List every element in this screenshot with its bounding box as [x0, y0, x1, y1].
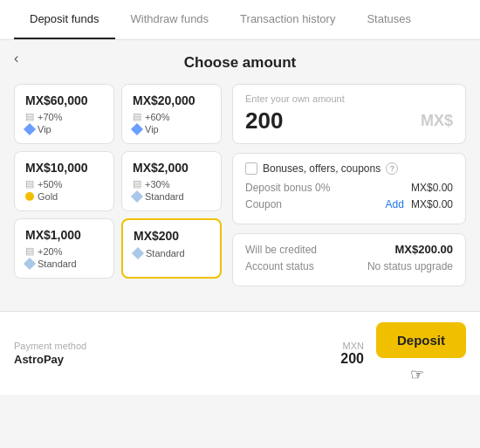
deposit-button[interactable]: Deposit — [376, 322, 466, 358]
amount-card-10000[interactable]: MX$10,000 ▤ +50% Gold — [14, 151, 114, 211]
card-bonus-row: ▤ +70% — [25, 111, 103, 122]
bonuses-checkbox-label: Bonuses, offers, coupons — [263, 162, 381, 175]
amount-card-2000[interactable]: MX$2,000 ▤ +30% Standard — [121, 151, 222, 211]
back-button[interactable]: ‹ — [14, 51, 18, 66]
right-col: Enter your own amount 200 MX$ Bonuses, o… — [232, 84, 466, 286]
tab-deposit[interactable]: Deposit funds — [14, 0, 115, 39]
input-row: 200 MX$ — [245, 107, 453, 134]
payment-method: Payment method AstroPay — [14, 341, 86, 366]
checkbox-row: Bonuses, offers, coupons ? — [245, 162, 453, 175]
card-bonus: +70% — [38, 112, 62, 122]
card-bonus: +60% — [145, 112, 169, 122]
card-amount: MX$2,000 — [133, 161, 210, 175]
amount-card-1000[interactable]: MX$1,000 ▤ +20% Standard — [14, 218, 114, 279]
card-bonus-row: ▤ +50% — [25, 178, 103, 190]
left-col: MX$60,000 ▤ +70% Vip MX$20,000 ▤ + — [14, 84, 222, 286]
card-bonus: +20% — [38, 246, 62, 257]
deposit-bonus-value: MX$0.00 — [411, 182, 453, 194]
tab-history[interactable]: Transaction history — [224, 0, 351, 39]
credited-label: Will be credited — [245, 244, 317, 256]
tier-label: Standard — [146, 248, 185, 258]
bonus-icon: ▤ — [25, 245, 34, 257]
bonuses-box: Bonuses, offers, coupons ? Deposit bonus… — [232, 153, 466, 224]
tier-label: Gold — [38, 191, 58, 202]
bonuses-checkbox[interactable] — [245, 162, 257, 175]
amount-input-box: Enter your own amount 200 MX$ — [232, 84, 466, 144]
card-bonus-row: ▤ +30% — [133, 178, 210, 190]
tier-label: Standard — [38, 258, 77, 269]
card-amount: MX$20,000 — [133, 93, 210, 107]
bottom-right: MXN 200 Deposit ☞ — [340, 322, 466, 384]
status-value: No status upgrade — [367, 260, 453, 272]
vip-tier-icon — [131, 123, 143, 135]
summary-box: Will be credited MX$200.00 Account statu… — [232, 233, 466, 286]
cards-grid: MX$60,000 ▤ +70% Vip MX$20,000 ▤ + — [14, 84, 222, 279]
tab-statuses[interactable]: Statuses — [351, 0, 427, 39]
standard-tier-icon — [132, 247, 144, 259]
coupon-value: MX$0.00 — [411, 198, 453, 210]
coupon-row: Coupon Add MX$0.00 — [245, 198, 453, 210]
total-amount: MXN 200 — [340, 341, 364, 367]
total-currency: MXN — [340, 341, 364, 351]
card-tier-row: Vip — [133, 124, 210, 134]
card-amount: MX$1,000 — [25, 228, 103, 242]
card-bonus: +50% — [38, 179, 62, 190]
vip-tier-icon — [24, 123, 36, 135]
bonus-icon: ▤ — [25, 178, 34, 190]
credited-row: Will be credited MX$200.00 — [245, 243, 453, 256]
payment-method-label: Payment method — [14, 341, 86, 351]
card-amount: MX$10,000 — [25, 161, 103, 175]
content-row: MX$60,000 ▤ +70% Vip MX$20,000 ▤ + — [14, 84, 466, 286]
bonus-icon: ▤ — [133, 111, 141, 122]
status-row: Account status No status upgrade — [245, 260, 453, 272]
tier-label: Vip — [145, 124, 159, 134]
input-label: Enter your own amount — [245, 93, 453, 104]
card-bonus-row: ▤ +60% — [133, 111, 210, 122]
gold-tier-icon — [25, 192, 34, 201]
tab-bar: Deposit funds Withdraw funds Transaction… — [0, 0, 480, 40]
amount-card-60000[interactable]: MX$60,000 ▤ +70% Vip — [14, 84, 114, 144]
total-value: 200 — [340, 351, 364, 367]
amount-card-200[interactable]: MX$200 Standard — [121, 218, 222, 279]
card-tier-row: Vip — [25, 124, 103, 134]
card-tier-row: Standard — [25, 258, 103, 269]
info-icon[interactable]: ? — [386, 162, 398, 175]
bonus-icon: ▤ — [25, 111, 34, 122]
standard-tier-icon — [131, 190, 143, 203]
card-tier-row: Standard — [133, 191, 210, 202]
credited-value: MX$200.00 — [395, 243, 454, 256]
card-bonus: +30% — [145, 179, 169, 190]
cursor-icon: ☞ — [410, 365, 424, 384]
tab-withdraw[interactable]: Withdraw funds — [115, 0, 225, 39]
card-amount: MX$60,000 — [25, 93, 103, 107]
card-amount: MX$200 — [134, 229, 209, 243]
currency-label: MX$ — [421, 112, 453, 130]
card-bonus-row: ▤ +20% — [25, 245, 103, 257]
tier-label: Standard — [145, 191, 184, 202]
status-label: Account status — [245, 260, 314, 272]
deposit-bonus-label: Deposit bonus 0% — [245, 182, 330, 194]
card-tier-row: Standard — [134, 248, 209, 258]
main-area: ‹ Choose amount MX$60,000 ▤ +70% Vip — [0, 40, 480, 300]
standard-tier-icon — [24, 258, 36, 270]
tier-label: Vip — [38, 124, 51, 134]
page-title: Choose amount — [14, 54, 466, 72]
card-tier-row: Gold — [25, 191, 103, 202]
deposit-bonus-row: Deposit bonus 0% MX$0.00 — [245, 182, 453, 194]
payment-method-value: AstroPay — [14, 353, 86, 366]
amount-value[interactable]: 200 — [245, 107, 283, 134]
bottom-bar: Payment method AstroPay MXN 200 Deposit … — [0, 311, 480, 395]
coupon-add-button[interactable]: Add — [386, 198, 404, 210]
coupon-label: Coupon — [245, 198, 282, 210]
bonus-icon: ▤ — [133, 178, 141, 190]
amount-card-20000[interactable]: MX$20,000 ▤ +60% Vip — [121, 84, 222, 144]
